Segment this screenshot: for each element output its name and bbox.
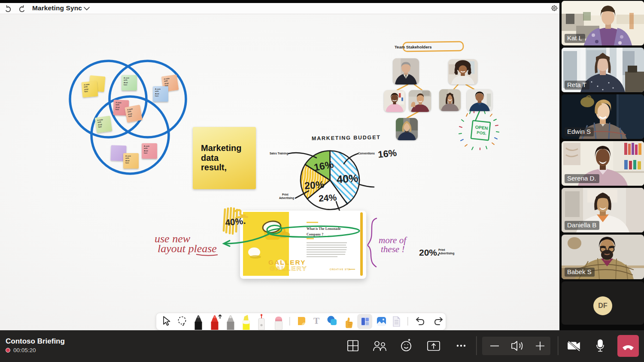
svg-text:40%.: 40%. [225, 216, 246, 228]
svg-text:Advertising: Advertising [438, 252, 454, 255]
svg-text:POS.: POS. [477, 130, 487, 136]
svg-text:these !: these ! [381, 244, 404, 254]
svg-text:20%.: 20%. [419, 247, 440, 257]
svg-text:Team Stakeholders: Team Stakeholders [395, 45, 431, 49]
svg-text:Sales Training: Sales Training [270, 152, 288, 155]
svg-text:Print: Print [438, 248, 445, 251]
svg-text:T: T [313, 316, 319, 326]
svg-text:Conventions: Conventions [358, 152, 375, 155]
svg-text:MARKETING BUDGET: MARKETING BUDGET [312, 134, 381, 142]
svg-text:layout please: layout please [158, 242, 217, 255]
svg-text:40%: 40% [336, 172, 358, 185]
